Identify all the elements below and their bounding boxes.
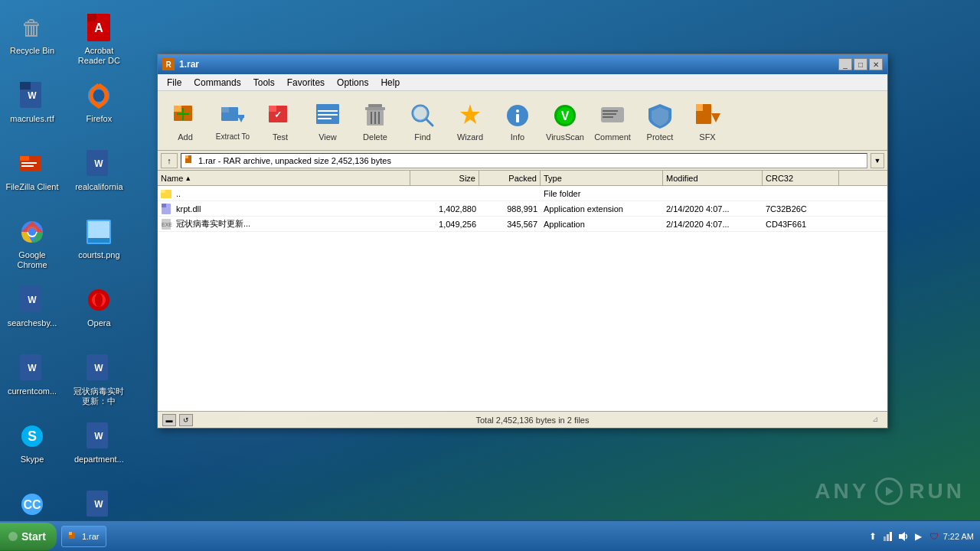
file-crc-cell: 7C32B26C [763,204,839,214]
col-header-crc32[interactable]: CRC32 [763,171,839,185]
desktop-icon-recycle-bin[interactable]: 🗑 Recycle Bin [2,8,63,73]
desktop-icon-macrules[interactable]: W macrules.rtf [2,76,63,141]
svg-rect-59 [368,104,382,107]
desktop-icon-guanzhong[interactable]: W 冠状病毒实时更新：中 [68,348,129,413]
currentcom-icon: W [17,353,47,383]
filezilla-icon [17,148,47,179]
file-modified-cell: 2/14/2020 4:07... [663,220,763,229]
toolbar-comment[interactable]: Comment [590,95,635,147]
desktop-icon-opera[interactable]: Opera [68,280,129,345]
svg-rect-12 [21,165,34,167]
column-headers: Name ▲ Size Packed Type Modified CRC32 [158,171,887,186]
menu-favorites[interactable]: Favorites [281,74,331,90]
menu-bar: File Commands Tools Favorites Options He… [158,74,887,91]
desktop-icon-department[interactable]: W department... [68,416,129,481]
desktop-icon-filezilla[interactable]: FileZilla Client [2,144,63,209]
svg-text:S: S [28,429,37,444]
file-type-cell: Application extension [541,204,663,214]
sfx-label: SFX [699,132,715,142]
desktop-icon-firefox[interactable]: Firefox [68,76,129,141]
file-packed-cell: 345,567 [479,220,541,229]
svg-marker-89 [886,487,893,496]
svg-point-25 [95,293,103,307]
desktop-icon-acrobat[interactable]: A Acrobat Reader DC [68,8,129,73]
address-bar: ↑ 1.rar - RAR archive, unpacked size 2,4… [158,151,887,171]
col-header-modified[interactable]: Modified [663,171,763,185]
toolbar-add[interactable]: Add [162,95,208,147]
toolbar-view[interactable]: View [305,95,351,147]
desktop-icon-searchesby[interactable]: W searchesby... [2,280,63,345]
svg-rect-70 [516,114,519,122]
close-button[interactable]: ✕ [869,58,883,70]
menu-help[interactable]: Help [374,74,406,90]
desktop-icon-currentcom[interactable]: W currentcom... [2,348,63,413]
status-btn-2[interactable]: ↺ [179,414,193,426]
file-crc-cell: CD43F661 [763,220,839,229]
col-header-type[interactable]: Type [541,171,663,185]
virusscan-label: VirusScan [546,132,584,142]
resize-handle[interactable]: ⊿ [872,415,883,425]
file-size-cell: 1,049,256 [410,220,479,229]
file-name-cell: krpt.dll [158,204,410,214]
toolbar-protect[interactable]: Protect [637,95,683,147]
find-label: Find [414,132,430,142]
maximize-button[interactable]: □ [854,58,867,70]
tray-network-icon[interactable] [882,530,894,543]
toolbar-info[interactable]: Info [495,95,541,147]
tray-arrow-icon[interactable]: ▶ [913,530,925,543]
address-dropdown[interactable]: ▼ [871,153,884,168]
desktop-icon-chrome[interactable]: Google Chrome [2,212,63,277]
navigate-up-button[interactable]: ↑ [161,153,178,168]
toolbar-wizard[interactable]: Wizard [447,95,493,147]
svg-text:CC: CC [23,498,41,511]
svg-rect-11 [21,162,37,164]
menu-file[interactable]: File [161,74,188,90]
test-label: Test [273,132,288,142]
svg-rect-58 [318,118,332,119]
guanzhong-icon: W [83,353,114,383]
delete-label: Delete [363,132,387,142]
address-input[interactable]: 1.rar - RAR archive, unpacked size 2,452… [181,153,867,168]
delete-icon [360,100,390,131]
col-header-packed[interactable]: Packed [479,171,541,185]
svg-rect-44 [174,106,181,112]
tray-security-icon[interactable]: 🛡 [928,530,940,543]
view-label: View [318,132,337,142]
menu-tools[interactable]: Tools [247,74,281,90]
address-text: 1.rar - RAR archive, unpacked size 2,452… [198,156,391,165]
department-icon: W [83,421,114,452]
toolbar-test[interactable]: ✓ Test [257,95,303,147]
toolbar-find[interactable]: Find [400,95,446,147]
file-name-cell: .. [158,188,410,199]
ccleaner-icon: CC [17,489,47,520]
firefox-icon [83,80,114,111]
svg-text:W: W [95,499,104,510]
svg-text:W: W [95,158,104,169]
svg-rect-84 [161,190,165,193]
menu-options[interactable]: Options [331,74,374,90]
desktop-icon-skype[interactable]: S Skype [2,416,63,481]
col-header-size[interactable]: Size [410,171,479,185]
realcal-icon: W [83,148,114,179]
toolbar-delete[interactable]: Delete [352,95,398,147]
table-row[interactable]: krpt.dll 1,402,880 988,991 Application e… [158,201,887,217]
toolbar-virusscan[interactable]: V VirusScan [542,95,588,147]
taskbar-rar-window[interactable]: 1.rar [61,526,106,547]
guanzhong-label: 冠状病毒实时更新：中 [71,386,126,406]
minimize-button[interactable]: _ [838,58,852,70]
table-row[interactable]: EXE 冠状病毒实时更新... 1,049,256 345,567 Applic… [158,217,887,232]
title-controls: _ □ ✕ [838,58,883,70]
tray-volume-icon[interactable] [897,530,910,543]
desktop-icon-courtst[interactable]: courtst.png [68,212,129,277]
status-btn-1[interactable]: ▬ [162,414,176,426]
start-button[interactable]: Start [0,523,57,550]
desktop-icon-realcal[interactable]: W realcalifornia [68,144,129,209]
col-header-name[interactable]: Name ▲ [158,171,410,185]
tray-icon-1[interactable]: ⬆ [867,530,879,543]
table-row[interactable]: .. File folder [158,186,887,201]
rar-title-icon: R [162,58,175,70]
toolbar-sfx[interactable]: SFX [684,95,730,147]
comment-icon [597,100,628,131]
toolbar-extract-to[interactable]: Extract To [210,95,256,147]
menu-commands[interactable]: Commands [188,74,247,90]
